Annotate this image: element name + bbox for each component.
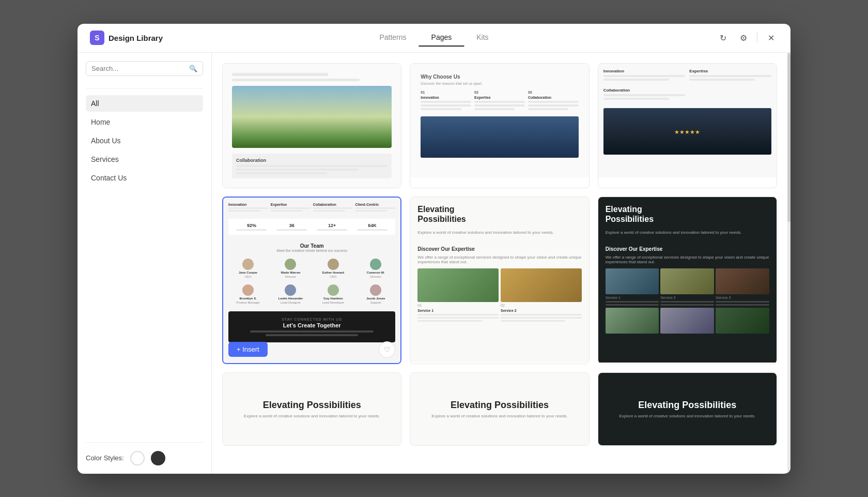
content-area[interactable]: Collaboration Why Choose Us Di (212, 53, 787, 474)
tab-pages[interactable]: Pages (419, 29, 464, 47)
logo-title: Design Library (109, 34, 163, 42)
search-icon: 🔍 (189, 65, 197, 72)
card-5-preview: ElevatingPossibilities Explore a world o… (410, 197, 588, 363)
insert-button[interactable]: + Insert (228, 342, 268, 357)
sidebar-item-contact-us[interactable]: Contact Us (86, 170, 203, 186)
card-7-preview: Elevating Possibilities Explore a world … (223, 373, 401, 445)
settings-button[interactable]: ⚙ (736, 31, 751, 45)
scrollbar[interactable] (787, 53, 791, 474)
search-box: 🔍 (86, 61, 203, 76)
cards-grid: Collaboration Why Choose Us Di (222, 63, 777, 446)
card-1[interactable]: Collaboration (222, 63, 401, 188)
card-4-actions: + Insert ♡ (228, 341, 395, 358)
sidebar-item-services[interactable]: Services (86, 151, 203, 168)
color-swatch-light[interactable] (130, 451, 145, 465)
card-8[interactable]: Elevating Possibilities Explore a world … (410, 372, 589, 446)
card-2-preview: Why Choose Us Discover the reasons that … (410, 64, 588, 177)
card-4[interactable]: Innovation Expertise Collaboration (222, 197, 401, 364)
header-actions: ↻ ⚙ ✕ (716, 31, 778, 45)
card-6[interactable]: ElevatingPossibilities Explore a world o… (598, 197, 777, 364)
header-logo: S Design Library (90, 31, 163, 45)
color-swatch-dark[interactable] (151, 451, 165, 465)
logo-icon: S (90, 31, 104, 45)
card-7[interactable]: Elevating Possibilities Explore a world … (222, 372, 401, 446)
sidebar-item-about-us[interactable]: About Us (86, 132, 203, 149)
why-choose-sub: Discover the reasons that set us apart. (421, 82, 578, 85)
sidebar-item-home[interactable]: Home (86, 114, 203, 130)
card-6-preview: ElevatingPossibilities Explore a world o… (598, 197, 777, 363)
card-3[interactable]: Innovation Expertise (598, 63, 777, 188)
card-8-preview: Elevating Possibilities Explore a world … (410, 373, 588, 445)
card-2[interactable]: Why Choose Us Discover the reasons that … (410, 63, 589, 188)
sidebar: 🔍 All Home About Us Services Contact Us … (78, 53, 212, 474)
card-9-preview: Elevating Possibilities Explore a world … (598, 373, 777, 445)
header-divider (757, 33, 757, 43)
tab-kits[interactable]: Kits (464, 29, 501, 47)
color-styles-label: Color Styles: (86, 454, 124, 462)
card-5[interactable]: ElevatingPossibilities Explore a world o… (410, 197, 589, 364)
why-choose-heading: Why Choose Us (421, 74, 578, 80)
sidebar-divider (86, 88, 203, 89)
search-input[interactable] (91, 65, 186, 72)
tab-patterns[interactable]: Patterns (367, 29, 419, 47)
stars: ★★★★★ (674, 129, 700, 135)
elevating-title-8: Elevating Possibilities (451, 400, 549, 411)
elevating-title-9: Elevating Possibilities (638, 400, 736, 411)
modal-header: S Design Library Patterns Pages Kits ↻ ⚙… (78, 24, 791, 53)
design-library-modal: S Design Library Patterns Pages Kits ↻ ⚙… (78, 24, 791, 474)
sidebar-item-all[interactable]: All (86, 95, 203, 112)
card-3-preview: Innovation Expertise (598, 64, 777, 177)
card-4-preview: Innovation Expertise Collaboration (223, 198, 400, 363)
favorite-button[interactable]: ♡ (379, 341, 395, 358)
refresh-button[interactable]: ↻ (716, 31, 730, 45)
close-button[interactable]: ✕ (764, 31, 778, 45)
card-1-preview: Collaboration (223, 64, 401, 188)
header-tabs: Patterns Pages Kits (367, 29, 501, 47)
card-9[interactable]: Elevating Possibilities Explore a world … (598, 372, 777, 446)
color-styles: Color Styles: (86, 442, 203, 465)
modal-body: 🔍 All Home About Us Services Contact Us … (78, 53, 791, 474)
elevating-title-7: Elevating Possibilities (263, 400, 361, 411)
